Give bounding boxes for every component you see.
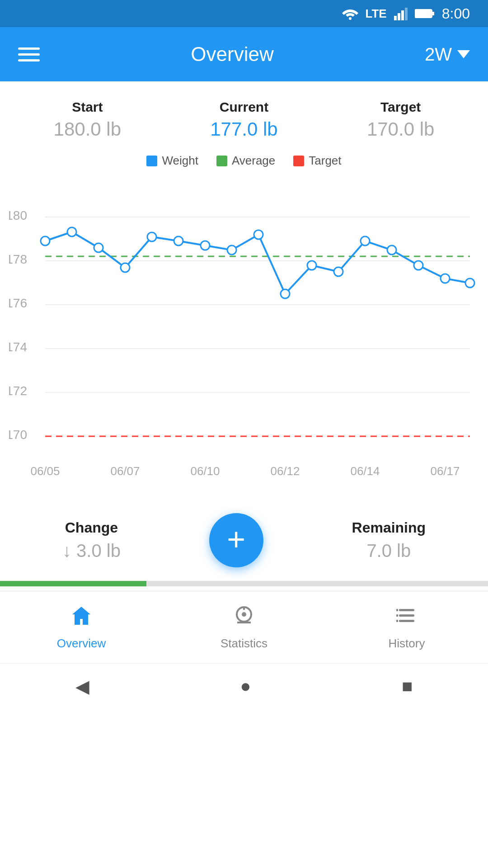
svg-point-37 [465,278,474,288]
svg-point-33 [361,236,370,245]
svg-text:174: 174 [9,340,27,354]
svg-text:06/05: 06/05 [30,464,60,478]
progress-bar-container [0,581,488,586]
svg-rect-3 [401,10,404,20]
svg-text:176: 176 [9,296,27,310]
start-stat: Start 180.0 lb [54,99,121,140]
bottom-navigation: Overview Statistics [0,591,488,663]
add-icon: + [227,524,245,555]
lte-icon: LTE [366,7,387,21]
signal-icon [394,7,408,20]
average-color-indicator [216,156,227,166]
battery-icon [415,8,435,19]
change-label: Change [62,519,121,536]
home-icon [70,604,93,632]
system-nav-bar: ◀ ● ■ [0,663,488,708]
svg-rect-53 [396,614,398,617]
svg-text:170: 170 [9,428,27,442]
current-value: 177.0 lb [210,118,277,140]
svg-rect-49 [399,609,414,611]
legend-average: Average [216,154,275,168]
change-arrow: ↓ [62,541,71,561]
nav-history[interactable]: History [325,591,488,663]
svg-rect-4 [405,8,408,20]
svg-text:06/07: 06/07 [110,464,140,478]
svg-text:06/10: 06/10 [190,464,220,478]
svg-point-36 [441,274,450,283]
statistics-icon [233,604,255,632]
svg-point-25 [147,232,156,241]
svg-rect-5 [415,9,432,18]
svg-point-26 [174,236,183,245]
page-title: Overview [191,43,273,66]
svg-point-21 [41,236,50,245]
weight-chart: 180 178 176 174 172 170 [0,177,488,495]
svg-point-31 [307,261,316,270]
svg-point-34 [387,245,396,255]
remaining-stat: Remaining 7.0 lb [352,519,426,561]
nav-statistics-label: Statistics [221,637,267,651]
status-icons: LTE 8:00 [342,5,470,22]
stats-row: Start 180.0 lb Current 177.0 lb Target 1… [0,81,488,149]
legend-average-label: Average [232,154,275,168]
svg-rect-52 [396,609,398,611]
nav-history-label: History [389,637,425,651]
svg-point-24 [121,263,130,272]
svg-point-32 [334,267,343,276]
svg-point-0 [349,17,352,20]
progress-bar-fill [0,581,146,586]
svg-point-27 [201,241,210,250]
svg-text:06/12: 06/12 [270,464,300,478]
svg-point-29 [254,230,263,239]
app-bar: Overview 2W [0,27,488,81]
svg-point-23 [94,243,103,252]
svg-rect-50 [399,614,414,617]
target-label: Target [367,99,434,115]
target-value: 170.0 lb [367,118,434,140]
status-time: 8:00 [442,5,470,22]
back-button[interactable]: ◀ [75,676,89,697]
svg-text:06/14: 06/14 [350,464,380,478]
svg-text:172: 172 [9,384,27,398]
history-icon [395,604,418,632]
period-selector[interactable]: 2W [425,44,470,65]
wifi-icon [342,7,358,20]
current-stat: Current 177.0 lb [210,99,277,140]
svg-rect-6 [432,12,434,15]
start-label: Start [54,99,121,115]
svg-text:178: 178 [9,252,27,266]
legend-weight-label: Weight [162,154,198,168]
weight-color-indicator [146,156,157,166]
svg-rect-54 [396,620,398,622]
remaining-label: Remaining [352,519,426,536]
svg-rect-1 [394,16,397,20]
chart-svg: 180 178 176 174 172 170 [9,177,479,493]
svg-point-45 [242,612,246,617]
status-bar: LTE 8:00 [0,0,488,27]
legend-target: Target [293,154,341,168]
current-label: Current [210,99,277,115]
remaining-value: 7.0 lb [352,541,426,561]
nav-overview-label: Overview [57,637,106,651]
change-amount: 3.0 lb [76,541,121,561]
legend-target-label: Target [309,154,341,168]
home-button[interactable]: ● [240,676,251,696]
svg-point-35 [414,261,423,270]
svg-point-28 [227,245,236,255]
svg-rect-2 [398,13,400,20]
target-stat: Target 170.0 lb [367,99,434,140]
svg-text:06/17: 06/17 [430,464,460,478]
nav-overview[interactable]: Overview [0,591,163,663]
period-label: 2W [425,44,452,65]
menu-button[interactable] [18,47,40,61]
svg-text:180: 180 [9,208,27,222]
recent-button[interactable]: ■ [402,676,413,696]
change-stat: Change ↓ 3.0 lb [62,519,121,561]
bottom-stats: Change ↓ 3.0 lb + Remaining 7.0 lb [0,495,488,576]
nav-statistics[interactable]: Statistics [163,591,325,663]
target-color-indicator [293,156,304,166]
svg-point-22 [67,227,76,236]
start-value: 180.0 lb [54,118,121,140]
add-weight-button[interactable]: + [209,513,263,567]
change-value: ↓ 3.0 lb [62,541,121,561]
